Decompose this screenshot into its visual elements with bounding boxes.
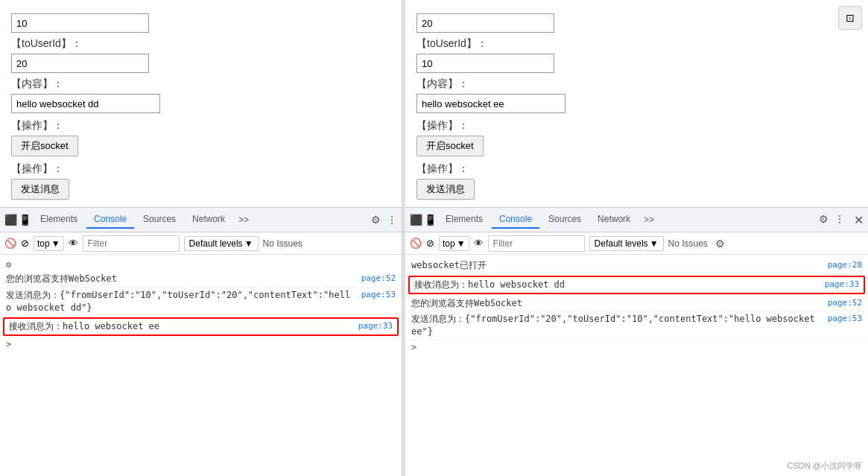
- left-line-3-text: 接收消息为：hello websocket ee: [9, 320, 352, 333]
- right-op2-label: 【操作】：: [416, 162, 857, 176]
- right-inspect-icon[interactable]: ⬛: [410, 214, 422, 226]
- right-console-line-2: 接收消息为：hello websocket dd page:33: [408, 276, 865, 294]
- right-filter-input[interactable]: [488, 235, 585, 252]
- left-op2-label: 【操作】：: [11, 162, 390, 176]
- right-tab-console[interactable]: Console: [492, 211, 539, 229]
- left-filter-input[interactable]: [83, 235, 180, 252]
- right-from-user-id-input[interactable]: [416, 13, 554, 33]
- left-settings-icon[interactable]: ⚙: [371, 214, 381, 226]
- right-line-1-link[interactable]: page:28: [828, 259, 862, 270]
- right-devtools-bar: ⬛ 📱 Elements Console Sources Network >> …: [405, 207, 868, 232]
- right-more-icon[interactable]: ⋮: [834, 213, 845, 227]
- watermark: CSDN @小沈同学呀: [788, 460, 862, 472]
- right-top-label: top: [443, 238, 455, 249]
- left-tab-network[interactable]: Network: [185, 211, 232, 229]
- left-line-1-text: 您的浏览器支持WebSocket: [6, 273, 355, 285]
- left-from-user-id-input[interactable]: [11, 13, 149, 33]
- left-send-button[interactable]: 发送消息: [11, 179, 69, 200]
- left-top-label: top: [37, 238, 50, 249]
- left-console-stop-icon[interactable]: 🚫: [4, 238, 16, 249]
- left-no-issues: No Issues: [263, 238, 302, 249]
- left-panel: 【toUserId】： 【内容】： 【操作】： 开启socket 【操作】： 发…: [0, 0, 402, 476]
- left-console-output: ⚙ 您的浏览器支持WebSocket page:52 发送消息为：{"fromU…: [0, 255, 402, 476]
- left-console-line-2: 发送消息为：{"fromUserId":"10","toUserId":"20"…: [0, 288, 402, 317]
- left-op1-label: 【操作】：: [11, 119, 390, 133]
- left-levels-chevron: ▼: [244, 238, 253, 249]
- right-line-1-text: websocket已打开: [411, 259, 822, 272]
- right-socket-button[interactable]: 开启socket: [416, 136, 484, 156]
- right-close-icon[interactable]: ✕: [854, 213, 864, 227]
- left-socket-button[interactable]: 开启socket: [11, 136, 78, 156]
- right-line-2-text: 接收消息为：hello websocket dd: [414, 279, 819, 291]
- right-context-selector[interactable]: top ▼: [439, 236, 469, 251]
- right-line-4-link[interactable]: page:53: [828, 313, 862, 324]
- left-device-icon[interactable]: 📱: [19, 214, 31, 226]
- right-console-line-4: 发送消息为：{"fromUserId":"20","toUserId":"10"…: [405, 311, 868, 340]
- right-device-icon[interactable]: 📱: [424, 214, 437, 226]
- right-op1-label: 【操作】：: [416, 119, 857, 133]
- left-settings-row: ⚙: [0, 258, 402, 271]
- left-more-tabs[interactable]: >>: [234, 212, 253, 228]
- right-default-levels[interactable]: Default levels ▼: [589, 236, 664, 251]
- right-console-stop-icon[interactable]: 🚫: [410, 238, 422, 249]
- right-levels-chevron: ▼: [650, 238, 659, 249]
- left-console-clear-icon[interactable]: ⊘: [21, 238, 29, 249]
- left-content-input[interactable]: [11, 94, 160, 113]
- right-send-button[interactable]: 发送消息: [416, 179, 475, 200]
- right-console-line-1: websocket已打开 page:28: [405, 258, 868, 274]
- right-eye-icon[interactable]: 👁: [474, 238, 484, 249]
- left-default-levels-label: Default levels: [189, 238, 243, 249]
- right-no-issues: No Issues: [668, 238, 708, 249]
- right-tab-sources[interactable]: Sources: [541, 211, 589, 229]
- expand-button[interactable]: ⊡: [838, 6, 862, 30]
- right-console-output: websocket已打开 page:28 接收消息为：hello websock…: [405, 255, 868, 476]
- right-console-clear-icon[interactable]: ⊘: [426, 238, 434, 249]
- left-default-levels[interactable]: Default levels ▼: [184, 236, 259, 251]
- right-line-4-text: 发送消息为：{"fromUserId":"20","toUserId":"10"…: [411, 313, 822, 338]
- right-to-user-id-input[interactable]: [416, 54, 554, 73]
- left-app-content: 【toUserId】： 【内容】： 【操作】： 开启socket 【操作】： 发…: [0, 0, 402, 207]
- left-tab-elements[interactable]: Elements: [33, 211, 85, 229]
- right-tab-network[interactable]: Network: [590, 211, 638, 229]
- right-console-prompt: >: [405, 340, 868, 354]
- left-tab-sources[interactable]: Sources: [136, 211, 183, 229]
- right-line-3-text: 您的浏览器支持WebSocket: [411, 297, 822, 310]
- left-line-2-link[interactable]: page:53: [361, 289, 396, 300]
- left-console-prompt: >: [0, 337, 402, 351]
- left-to-user-id-input[interactable]: [11, 54, 149, 73]
- right-line-2-link[interactable]: page:33: [825, 279, 859, 290]
- right-content-input[interactable]: [416, 94, 566, 113]
- left-devtools-bar: ⬛ 📱 Elements Console Sources Network >> …: [0, 207, 402, 232]
- right-console-line-3: 您的浏览器支持WebSocket page:52: [405, 296, 868, 312]
- right-app-content: 【toUserId】： 【内容】： 【操作】： 开启socket 【操作】： 发…: [405, 0, 868, 207]
- left-console-line-1: 您的浏览器支持WebSocket page:52: [0, 271, 402, 288]
- right-line-3-link[interactable]: page:52: [828, 297, 862, 308]
- left-more-icon[interactable]: ⋮: [387, 214, 397, 226]
- left-top-chevron: ▼: [51, 238, 60, 249]
- left-tab-console[interactable]: Console: [86, 211, 134, 229]
- right-content-label: 【内容】：: [416, 77, 857, 91]
- left-line-1-link[interactable]: page:52: [361, 273, 396, 284]
- right-to-user-id-label: 【toUserId】：: [416, 37, 857, 51]
- right-default-levels-label: Default levels: [595, 238, 648, 249]
- left-console-toolbar: 🚫 ⊘ top ▼ 👁 Default levels ▼ No Issues: [0, 232, 402, 255]
- left-eye-icon[interactable]: 👁: [69, 238, 78, 249]
- right-console-settings-icon[interactable]: ⚙: [715, 238, 725, 250]
- left-line-3-link[interactable]: page:33: [358, 320, 393, 331]
- right-panel: ⊡ 【toUserId】： 【内容】： 【操作】： 开启socket 【操作】：…: [405, 0, 868, 476]
- right-tab-elements[interactable]: Elements: [438, 211, 490, 229]
- left-line-2-text: 发送消息为：{"fromUserId":"10","toUserId":"20"…: [6, 289, 355, 314]
- right-top-chevron: ▼: [457, 238, 466, 249]
- right-more-tabs[interactable]: >>: [639, 212, 659, 228]
- left-content-label: 【内容】：: [11, 77, 390, 91]
- right-settings-icon[interactable]: ⚙: [819, 213, 829, 227]
- expand-icon: ⊡: [846, 12, 855, 24]
- left-inspect-icon[interactable]: ⬛: [4, 214, 17, 226]
- right-console-toolbar: 🚫 ⊘ top ▼ 👁 Default levels ▼ No Issues ⚙: [405, 232, 868, 255]
- left-console-line-3: 接收消息为：hello websocket ee page:33: [3, 317, 399, 336]
- left-to-user-id-label: 【toUserId】：: [11, 37, 390, 51]
- left-context-selector[interactable]: top ▼: [34, 236, 64, 251]
